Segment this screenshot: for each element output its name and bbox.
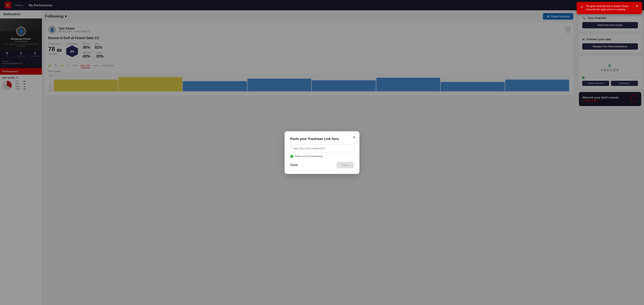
trackman-link-input[interactable] xyxy=(290,144,322,152)
modal-title: Paste your Trackman Link here. xyxy=(290,137,322,141)
modal-overlay: Paste your Trackman Link here. ✕ ✓ Repor… xyxy=(0,0,322,152)
trackman-modal: Paste your Trackman Link here. ✕ ✓ Repor… xyxy=(284,131,322,152)
